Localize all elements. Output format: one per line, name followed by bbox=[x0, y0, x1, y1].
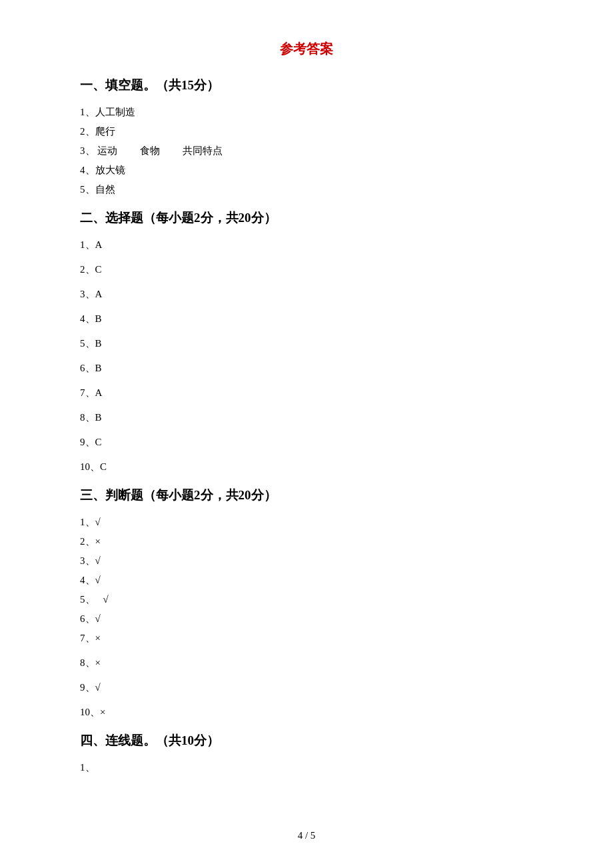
item-num: 10、 bbox=[80, 461, 100, 472]
item-answer: √ bbox=[95, 575, 101, 585]
item-answer: 爬行 bbox=[95, 126, 115, 137]
page-footer: 4 / 5 bbox=[0, 830, 613, 841]
section-4-heading: 四、连线题。（共10分） bbox=[80, 732, 533, 749]
list-item: 5、B bbox=[80, 335, 533, 353]
item-num: 8、 bbox=[80, 657, 95, 668]
item-num: 1、 bbox=[80, 239, 95, 250]
item-num: 5、 bbox=[80, 184, 95, 195]
item-answer: C bbox=[100, 461, 107, 472]
item-num: 6、 bbox=[80, 613, 95, 624]
list-item: 10、× bbox=[80, 703, 533, 721]
page-title: 参考答案 bbox=[80, 40, 533, 58]
item-num: 4、 bbox=[80, 575, 95, 585]
item-answer: A bbox=[95, 387, 103, 398]
item-num: 3、 bbox=[80, 289, 95, 299]
section-3-heading: 三、判断题（每小题2分，共20分） bbox=[80, 487, 533, 504]
list-item: 6、B bbox=[80, 359, 533, 377]
item-num: 7、 bbox=[80, 387, 95, 398]
section-1-heading: 一、填空题。（共15分） bbox=[80, 77, 533, 94]
item-num: 1、 bbox=[80, 107, 95, 117]
list-item: 10、C bbox=[80, 458, 533, 476]
list-item: 2、爬行 bbox=[80, 123, 533, 141]
item-answer: B bbox=[95, 338, 102, 349]
list-item: 1、A bbox=[80, 236, 533, 254]
list-item: 5、√ bbox=[80, 591, 533, 609]
item-answer: B bbox=[95, 363, 102, 373]
item-answer: × bbox=[100, 707, 105, 717]
section-4-block: 四、连线题。（共10分） 1、 bbox=[80, 732, 533, 777]
item-answer: 运动 bbox=[97, 145, 117, 156]
item-answer: A bbox=[95, 239, 103, 250]
list-item: 2、× bbox=[80, 533, 533, 551]
list-item: 1、 bbox=[80, 759, 533, 777]
item-num: 9、 bbox=[80, 437, 95, 447]
list-item: 3、A bbox=[80, 285, 533, 303]
list-item: 1、√ bbox=[80, 513, 533, 531]
section-3-block: 三、判断题（每小题2分，共20分） 1、√ 2、× 3、√ 4、√ 5、√ 6、… bbox=[80, 487, 533, 721]
item-num: 7、 bbox=[80, 633, 95, 643]
list-item: 3、 运动 食物 共同特点 bbox=[80, 142, 533, 160]
item-answer: A bbox=[95, 289, 103, 299]
item-answer: √ bbox=[95, 555, 101, 566]
list-item: 7、× bbox=[80, 629, 533, 647]
list-item: 8、B bbox=[80, 409, 533, 427]
item-num: 6、 bbox=[80, 363, 95, 373]
item-num: 2、 bbox=[80, 126, 95, 137]
item-answer: √ bbox=[103, 594, 109, 605]
item-num: 5、 bbox=[80, 338, 95, 349]
item-answer: B bbox=[95, 313, 102, 324]
item-answer: B bbox=[95, 412, 102, 423]
list-item: 3、√ bbox=[80, 552, 533, 570]
item-answer: 放大镜 bbox=[95, 165, 125, 175]
item-answer: √ bbox=[95, 613, 101, 624]
item-num: 2、 bbox=[80, 264, 95, 275]
list-item: 9、√ bbox=[80, 679, 533, 697]
item-answer: √ bbox=[95, 682, 101, 693]
item-answer: × bbox=[95, 536, 101, 547]
item-num: 10、 bbox=[80, 707, 100, 717]
list-item: 4、√ bbox=[80, 571, 533, 589]
item-num: 1、 bbox=[80, 762, 95, 773]
item-num: 1、 bbox=[80, 517, 95, 527]
list-item: 5、自然 bbox=[80, 181, 533, 199]
list-item: 2、C bbox=[80, 261, 533, 279]
item-num: 2、 bbox=[80, 536, 95, 547]
list-item: 1、人工制造 bbox=[80, 103, 533, 121]
section-2-block: 二、选择题（每小题2分，共20分） 1、A 2、C 3、A 4、B 5、B 6、… bbox=[80, 209, 533, 476]
list-item: 8、× bbox=[80, 654, 533, 672]
item-num: 8、 bbox=[80, 412, 95, 423]
item-answer: 人工制造 bbox=[95, 107, 135, 117]
list-item: 6、√ bbox=[80, 610, 533, 628]
item-answer: × bbox=[95, 633, 101, 643]
item-num: 4、 bbox=[80, 165, 95, 175]
item-answer: C bbox=[95, 437, 102, 447]
item-num: 3、 bbox=[80, 555, 95, 566]
list-item: 7、A bbox=[80, 384, 533, 402]
item-answer: 自然 bbox=[95, 184, 115, 195]
list-item: 9、C bbox=[80, 433, 533, 451]
list-item: 4、放大镜 bbox=[80, 161, 533, 179]
item-answer-extra1: 食物 bbox=[140, 145, 160, 156]
item-answer: C bbox=[95, 264, 102, 275]
item-num: 9、 bbox=[80, 682, 95, 693]
item-answer-extra2: 共同特点 bbox=[183, 145, 223, 156]
item-num: 4、 bbox=[80, 313, 95, 324]
item-answer: √ bbox=[95, 517, 101, 527]
section-1-block: 一、填空题。（共15分） 1、人工制造 2、爬行 3、 运动 食物 共同特点 4… bbox=[80, 77, 533, 199]
item-answer: × bbox=[95, 657, 101, 668]
section-2-heading: 二、选择题（每小题2分，共20分） bbox=[80, 209, 533, 227]
item-num: 5、 bbox=[80, 594, 95, 605]
list-item: 4、B bbox=[80, 310, 533, 328]
item-num: 3、 bbox=[80, 145, 95, 156]
